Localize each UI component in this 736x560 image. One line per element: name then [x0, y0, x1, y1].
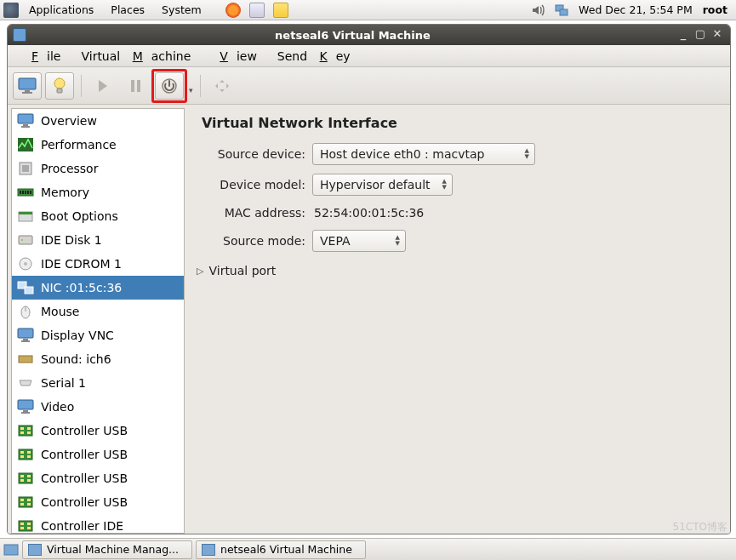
sidebar-item-memory[interactable]: Memory	[12, 180, 184, 204]
sidebar-item-ide-cdrom-1[interactable]: IDE CDROM 1	[12, 252, 184, 276]
sidebar-item-processor[interactable]: Processor	[12, 157, 184, 180]
svg-rect-60	[27, 523, 31, 525]
combo-arrows-icon: ▲▼	[525, 148, 529, 160]
toolbar-separator-2	[200, 75, 201, 97]
sidebar-item-controller-usb[interactable]: Controller USB	[12, 490, 184, 514]
svg-rect-8	[18, 114, 33, 123]
pause-button[interactable]	[121, 72, 150, 100]
applications-menu[interactable]: Applications	[22, 2, 100, 18]
hardware-sidebar[interactable]: OverviewPerformanceProcessorMemoryBoot O…	[11, 108, 185, 534]
svg-rect-38	[20, 427, 24, 430]
virtual-port-expander[interactable]: ▷ Virtual port	[197, 264, 722, 277]
notes-launcher-icon[interactable]	[273, 3, 288, 18]
svg-rect-2	[19, 78, 36, 89]
svg-rect-56	[27, 503, 31, 506]
taskbar-item-vmm[interactable]: Virtual Machine Manag...	[22, 540, 192, 559]
sidebar-item-label: NIC :01:5c:36	[41, 281, 122, 294]
sidebar-item-label: Display VNC	[41, 329, 114, 342]
run-button[interactable]	[88, 72, 117, 100]
sidebar-item-video[interactable]: Video	[12, 395, 184, 419]
gnome-foot-icon	[3, 3, 19, 18]
mail-launcher-icon[interactable]	[249, 3, 265, 18]
places-menu[interactable]: Places	[104, 2, 151, 18]
svg-rect-58	[20, 523, 24, 525]
sidebar-item-ide-disk-1[interactable]: IDE Disk 1	[12, 228, 184, 252]
svg-rect-55	[27, 499, 31, 501]
svg-rect-39	[20, 431, 24, 434]
clock[interactable]: Wed Dec 21, 5:54 PM	[579, 3, 693, 16]
sidebar-item-label: IDE CDROM 1	[41, 257, 122, 271]
svg-rect-16	[22, 191, 24, 194]
svg-rect-61	[27, 527, 31, 529]
sidebar-item-label: Controller USB	[41, 471, 128, 485]
svg-rect-17	[25, 191, 26, 194]
sidebar-item-label: Memory	[41, 186, 89, 199]
shutdown-menu-arrow[interactable]: ▾	[189, 77, 193, 94]
disk-icon	[17, 232, 34, 248]
cpu-icon	[17, 161, 34, 176]
sidebar-item-label: Mouse	[41, 305, 79, 318]
source-device-combo[interactable]: Host device eth0 : macvtap ▲▼	[312, 143, 535, 165]
combo-arrows-icon: ▲▼	[442, 179, 447, 191]
svg-rect-10	[21, 126, 30, 128]
svg-rect-18	[27, 191, 29, 194]
svg-rect-49	[20, 479, 24, 482]
network-icon[interactable]	[555, 3, 568, 17]
menu-file[interactable]: File	[14, 48, 69, 65]
svg-point-5	[54, 78, 65, 89]
svg-rect-53	[20, 499, 24, 501]
source-device-label: Source device:	[202, 147, 312, 161]
sidebar-item-display-vnc[interactable]: Display VNC	[12, 323, 184, 347]
sidebar-item-controller-usb[interactable]: Controller USB	[12, 443, 184, 466]
svg-rect-62	[4, 545, 18, 555]
menu-virtual-machine[interactable]: Virtual Machine	[72, 48, 199, 65]
sidebar-item-boot-options[interactable]: Boot Options	[12, 204, 184, 228]
svg-rect-4	[22, 92, 32, 94]
taskbar-item-vm[interactable]: netseal6 Virtual Machine	[196, 540, 366, 559]
sidebar-item-label: Sound: ich6	[41, 352, 111, 366]
sidebar-item-mouse[interactable]: Mouse	[12, 300, 184, 323]
fullscreen-button[interactable]	[208, 72, 237, 100]
sidebar-item-performance[interactable]: Performance	[12, 133, 184, 157]
device-model-combo[interactable]: Hypervisor default ▲▼	[312, 174, 453, 196]
svg-rect-59	[20, 527, 24, 529]
svg-point-23	[21, 239, 23, 241]
expander-label: Virtual port	[208, 264, 276, 277]
window-icon	[13, 28, 26, 42]
gnome-top-panel: Applications Places System Wed Dec 21, 5…	[0, 0, 736, 20]
sidebar-item-label: IDE Disk 1	[41, 233, 102, 247]
volume-icon[interactable]	[531, 3, 545, 17]
svg-rect-36	[21, 412, 30, 414]
sidebar-item-serial-1[interactable]: Serial 1	[12, 371, 184, 395]
console-view-button[interactable]	[13, 72, 42, 100]
minimize-button[interactable]: _	[676, 28, 691, 42]
menu-view[interactable]: View	[203, 48, 265, 65]
system-menu[interactable]: System	[155, 2, 208, 18]
firefox-launcher-icon[interactable]	[225, 3, 241, 18]
window-title: netseal6 Virtual Machine	[31, 29, 674, 42]
svg-rect-46	[27, 455, 31, 458]
menu-send-key[interactable]: Send Key	[269, 48, 359, 65]
maximize-button[interactable]: ▢	[693, 28, 708, 42]
toolbar-separator	[81, 75, 82, 97]
sidebar-item-controller-usb[interactable]: Controller USB	[12, 419, 184, 443]
show-desktop-icon[interactable]	[3, 542, 19, 557]
svg-rect-47	[19, 473, 32, 483]
sidebar-item-controller-ide[interactable]: Controller IDE	[12, 514, 184, 534]
svg-rect-37	[19, 426, 32, 436]
sidebar-item-nic-01-5c-36[interactable]: NIC :01:5c:36	[12, 276, 184, 300]
sidebar-item-controller-usb[interactable]: Controller USB	[12, 466, 184, 490]
user-menu[interactable]: root	[703, 3, 733, 16]
sidebar-item-overview[interactable]: Overview	[12, 109, 184, 133]
svg-rect-45	[27, 451, 31, 454]
close-button[interactable]: ✕	[710, 28, 725, 42]
details-view-button[interactable]	[45, 72, 74, 100]
task-icon	[28, 544, 42, 556]
titlebar[interactable]: netseal6 Virtual Machine _ ▢ ✕	[8, 25, 730, 45]
shutdown-button[interactable]	[155, 72, 184, 100]
mouse-icon	[17, 304, 34, 319]
source-mode-combo[interactable]: VEPA ▲▼	[312, 230, 406, 252]
sidebar-item-sound-ich6[interactable]: Sound: ich6	[12, 347, 184, 371]
vm-window: netseal6 Virtual Machine _ ▢ ✕ File Virt…	[7, 24, 731, 534]
device-model-label: Device model:	[202, 178, 312, 191]
